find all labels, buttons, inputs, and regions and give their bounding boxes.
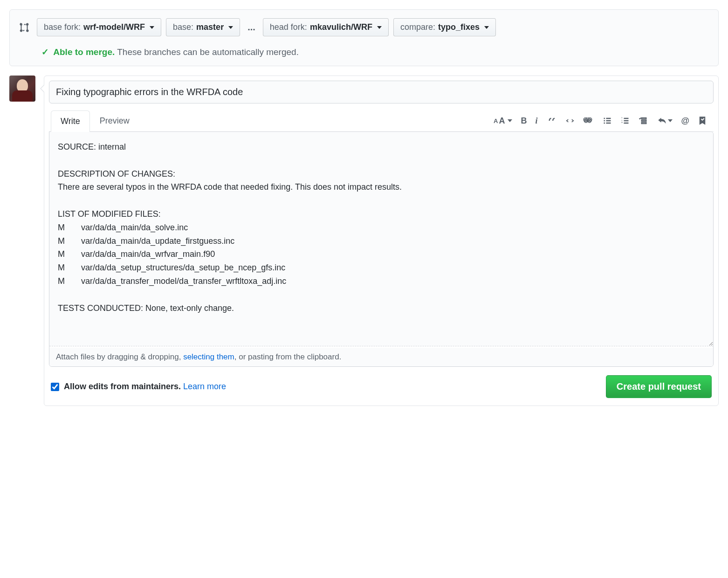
- code-icon[interactable]: [565, 116, 575, 125]
- numbered-list-icon[interactable]: [620, 116, 630, 125]
- italic-icon[interactable]: i: [535, 116, 537, 126]
- quote-icon[interactable]: [548, 116, 557, 125]
- bookmark-icon[interactable]: [698, 116, 707, 125]
- avatar[interactable]: [9, 76, 35, 102]
- format-toolbar: AA B i @: [494, 116, 712, 126]
- attach-hint: Attach files by dragging & dropping, sel…: [49, 348, 713, 366]
- base-fork-select[interactable]: base fork: wrf-model/WRF: [37, 18, 161, 36]
- allow-edits-checkbox[interactable]: Allow edits from maintainers. Learn more: [51, 382, 226, 392]
- check-icon: ✓: [41, 47, 49, 57]
- base-branch-select[interactable]: base: master: [166, 18, 240, 36]
- comment-form: Write Preview AA B i: [44, 76, 719, 406]
- reply-icon[interactable]: [658, 116, 673, 125]
- caret-down-icon: [228, 26, 233, 29]
- caret-down-icon: [150, 26, 154, 29]
- create-pull-request-button[interactable]: Create pull request: [606, 375, 712, 398]
- tab-write[interactable]: Write: [51, 110, 90, 132]
- bold-icon[interactable]: B: [521, 116, 527, 126]
- tabs-row: Write Preview AA B i: [49, 110, 714, 132]
- link-icon[interactable]: [583, 116, 592, 125]
- pr-title-input[interactable]: [49, 81, 714, 103]
- compare-branch-select[interactable]: compare: typo_fixes: [393, 18, 496, 36]
- task-list-icon[interactable]: [638, 116, 647, 125]
- merge-status: ✓ Able to merge. These branches can be a…: [41, 47, 709, 57]
- attach-select-link[interactable]: selecting them: [183, 352, 234, 361]
- caret-down-icon: [377, 26, 382, 29]
- head-fork-select[interactable]: head fork: mkavulich/WRF: [263, 18, 389, 36]
- pr-body-textarea[interactable]: [49, 132, 713, 346]
- text-size-icon[interactable]: AA: [494, 116, 512, 126]
- branch-row: base fork: wrf-model/WRF base: master ..…: [19, 18, 709, 36]
- bullet-list-icon[interactable]: [603, 116, 612, 125]
- merge-status-text: These branches can be automatically merg…: [117, 47, 299, 57]
- caret-down-icon: [484, 26, 489, 29]
- merge-status-bold: Able to merge.: [53, 47, 115, 57]
- learn-more-link[interactable]: Learn more: [183, 382, 226, 391]
- git-compare-icon: [19, 22, 29, 33]
- compare-panel: base fork: wrf-model/WRF base: master ..…: [9, 9, 719, 66]
- mention-icon[interactable]: @: [681, 116, 689, 126]
- branch-separator: ...: [245, 22, 258, 33]
- allow-edits-input[interactable]: [51, 383, 59, 391]
- tab-preview[interactable]: Preview: [90, 110, 139, 131]
